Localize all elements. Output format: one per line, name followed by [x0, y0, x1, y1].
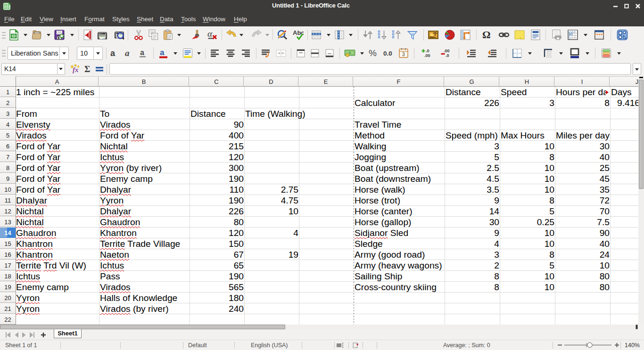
svg-text:Σ: Σ	[84, 64, 90, 74]
svg-text:3: 3	[402, 52, 405, 57]
svg-text:.0: .0	[426, 49, 429, 53]
svg-text:a: a	[160, 48, 165, 57]
svg-text:Ω: Ω	[482, 29, 491, 41]
svg-text:%: %	[369, 48, 377, 58]
svg-text:.0: .0	[446, 53, 449, 58]
svg-text:a: a	[140, 49, 144, 57]
svg-text:a: a	[110, 49, 116, 58]
svg-text:0.0: 0.0	[383, 50, 392, 57]
svg-text:.00: .00	[424, 53, 430, 58]
svg-text:*: *	[356, 342, 359, 348]
svg-text:α: α	[207, 29, 213, 39]
svg-text:a: a	[125, 48, 130, 58]
svg-text:.00: .00	[444, 49, 450, 53]
